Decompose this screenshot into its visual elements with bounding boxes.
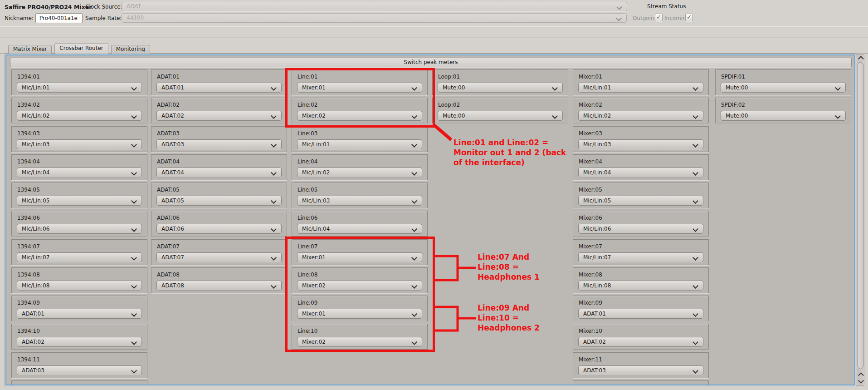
route-select-ADAT:04[interactable]: ADAT:04 bbox=[156, 168, 282, 178]
route-cell-Mixer:01: Mixer:01Mic/Lin:01 bbox=[573, 69, 709, 95]
route-select-1394:09[interactable]: ADAT:01 bbox=[17, 309, 142, 319]
route-cell-title: Mixer:11 bbox=[579, 356, 602, 363]
route-cell-title: ADAT:03 bbox=[157, 130, 180, 137]
route-select-Mixer:11[interactable]: ADAT:03 bbox=[578, 365, 703, 375]
route-select-ADAT:07[interactable]: ADAT:07 bbox=[156, 252, 282, 262]
chevron-down-icon bbox=[131, 339, 137, 345]
route-cell-title: 1394:05 bbox=[17, 187, 40, 193]
route-select-Line:05[interactable]: Mic/Lin:03 bbox=[297, 196, 422, 206]
route-cell-title: Mixer:03 bbox=[579, 130, 602, 137]
chevron-down-icon bbox=[411, 170, 417, 176]
route-select-value: ADAT:01 bbox=[161, 84, 184, 91]
route-select-1394:11[interactable]: ADAT:03 bbox=[17, 365, 142, 375]
route-cell-1394:11: 1394:11ADAT:03 bbox=[11, 352, 147, 378]
route-select-1394:07[interactable]: Mic/Lin:07 bbox=[17, 252, 142, 262]
route-select-1394:08[interactable]: Mic/Lin:08 bbox=[17, 281, 142, 291]
clock-source-value: ADAT bbox=[127, 3, 141, 10]
route-select-ADAT:02[interactable]: ADAT:02 bbox=[156, 111, 282, 121]
chevron-down-icon bbox=[692, 368, 698, 374]
tab-bar: Matrix MixerCrossbar RouterMonitoring bbox=[8, 43, 150, 54]
scroll-up-button-secondary[interactable] bbox=[858, 372, 863, 377]
route-cell-1394:09: 1394:09ADAT:01 bbox=[11, 296, 147, 321]
route-cell-title: SPDIF:02 bbox=[721, 102, 745, 108]
scroll-up-button[interactable] bbox=[858, 55, 863, 60]
route-select-ADAT:06[interactable]: ADAT:06 bbox=[156, 224, 282, 234]
tab-crossbar-router[interactable]: Crossbar Router bbox=[54, 43, 108, 54]
annotation-line: Line:07 And bbox=[478, 252, 540, 262]
route-select-SPDIF:02[interactable]: Mute:00 bbox=[721, 111, 846, 121]
scrollbar-thumb[interactable] bbox=[858, 62, 863, 369]
route-select-ADAT:03[interactable]: ADAT:03 bbox=[156, 139, 282, 149]
route-select-Line:03[interactable]: Mic/Lin:01 bbox=[297, 139, 422, 149]
route-select-Mixer:04[interactable]: Mic/Lin:04 bbox=[578, 168, 703, 178]
route-cell-SPDIF:01: SPDIF:01Mute:00 bbox=[715, 69, 851, 95]
route-select-value: Mic/Lin:04 bbox=[583, 169, 611, 176]
route-select-1394:06[interactable]: Mic/Lin:06 bbox=[17, 224, 142, 234]
route-cell-title: Mixer:01 bbox=[579, 74, 602, 80]
route-select-Loop:01[interactable]: Mute:00 bbox=[438, 83, 563, 93]
app-title: Saffire PRO40/PRO24 Mixer bbox=[5, 4, 92, 10]
route-cell-title: Loop:02 bbox=[438, 102, 460, 108]
tab-matrix-mixer[interactable]: Matrix Mixer bbox=[8, 45, 52, 54]
route-cell-Mixer:09: Mixer:09ADAT:01 bbox=[573, 296, 709, 321]
annotation-line: Headphones 1 bbox=[478, 272, 540, 282]
chevron-down-icon bbox=[131, 198, 137, 204]
chevron-down-icon bbox=[552, 113, 558, 119]
chevron-down-icon bbox=[692, 113, 698, 119]
annotation-line: Monitor out 1 and 2 (back bbox=[454, 148, 566, 158]
chevron-down-icon bbox=[692, 311, 698, 317]
route-select-Line:06[interactable]: Mic/Lin:04 bbox=[297, 224, 422, 234]
outgoing-checkbox[interactable]: ✓ bbox=[655, 14, 663, 21]
route-select-Mixer:01[interactable]: Mic/Lin:01 bbox=[578, 83, 703, 93]
route-select-Mixer:06[interactable]: Mic/Lin:06 bbox=[578, 224, 703, 234]
route-select-value: Mic/Lin:04 bbox=[302, 226, 330, 232]
route-select-SPDIF:01[interactable]: Mute:00 bbox=[721, 83, 846, 93]
route-cell-title: 1394:10 bbox=[17, 328, 40, 334]
nickname-input[interactable]: Pro40-001a1e bbox=[35, 13, 83, 23]
chevron-down-icon bbox=[271, 142, 277, 148]
route-select-ADAT:05[interactable]: ADAT:05 bbox=[156, 196, 282, 206]
route-select-Mixer:08[interactable]: Mic/Lin:08 bbox=[578, 281, 703, 291]
route-select-value: Mic/Lin:02 bbox=[302, 169, 330, 176]
route-select-value: Mic/Lin:03 bbox=[22, 141, 49, 148]
route-cell-title: 1394:03 bbox=[17, 130, 40, 137]
route-cell-Mixer:07: Mixer:07Mic/Lin:07 bbox=[573, 239, 709, 265]
route-select-Mixer:10[interactable]: ADAT:02 bbox=[578, 337, 703, 347]
route-cell-title: ADAT:01 bbox=[157, 74, 180, 80]
route-select-Mixer:05[interactable]: Mic/Lin:05 bbox=[578, 196, 703, 206]
route-cell-title: Line:06 bbox=[297, 215, 317, 221]
route-select-1394:01[interactable]: Mic/Lin:01 bbox=[17, 83, 142, 93]
route-select-ADAT:01[interactable]: ADAT:01 bbox=[156, 83, 282, 93]
tab-area-divider bbox=[0, 37, 868, 38]
route-select-1394:10[interactable]: ADAT:02 bbox=[17, 337, 142, 347]
tab-monitoring[interactable]: Monitoring bbox=[111, 45, 150, 54]
annotation-line: Line:01 and Line:02 = bbox=[454, 138, 566, 148]
sample-rate-select[interactable]: 44100 bbox=[122, 13, 627, 23]
route-select-1394:03[interactable]: Mic/Lin:03 bbox=[17, 139, 142, 149]
route-select-value: ADAT:02 bbox=[22, 339, 44, 345]
route-select-Mixer:07[interactable]: Mic/Lin:07 bbox=[578, 252, 703, 262]
route-cell-title: Line:04 bbox=[297, 158, 317, 165]
route-select-1394:02[interactable]: Mic/Lin:02 bbox=[17, 111, 142, 121]
route-select-value: Mic/Lin:03 bbox=[302, 197, 330, 204]
route-cell-title: ADAT:04 bbox=[157, 158, 180, 165]
chevron-down-icon bbox=[552, 85, 558, 91]
incoming-checkbox[interactable]: ✓ bbox=[685, 14, 693, 21]
route-cell-1394:06: 1394:06Mic/Lin:06 bbox=[11, 211, 147, 237]
route-cell-title: Mixer:05 bbox=[579, 187, 602, 193]
route-select-Mixer:02[interactable]: Mic/Lin:02 bbox=[578, 111, 703, 121]
route-select-Loop:02[interactable]: Mute:00 bbox=[438, 111, 563, 121]
route-select-ADAT:08[interactable]: ADAT:08 bbox=[156, 281, 282, 291]
route-cell-1394:02: 1394:02Mic/Lin:02 bbox=[11, 98, 147, 123]
clock-source-select[interactable]: ADAT bbox=[122, 2, 627, 11]
route-select-value: ADAT:01 bbox=[583, 311, 606, 317]
route-select-value: Mic/Lin:06 bbox=[22, 226, 49, 232]
route-select-1394:05[interactable]: Mic/Lin:05 bbox=[17, 196, 142, 206]
route-select-1394:04[interactable]: Mic/Lin:04 bbox=[17, 168, 142, 178]
vertical-scrollbar[interactable] bbox=[857, 54, 864, 386]
annotation-line: Line:09 And bbox=[478, 303, 540, 313]
scroll-down-button[interactable] bbox=[858, 379, 863, 384]
route-select-Line:04[interactable]: Mic/Lin:02 bbox=[297, 168, 422, 178]
route-select-Mixer:03[interactable]: Mic/Lin:03 bbox=[578, 139, 703, 149]
route-select-Mixer:09[interactable]: ADAT:01 bbox=[578, 309, 703, 319]
